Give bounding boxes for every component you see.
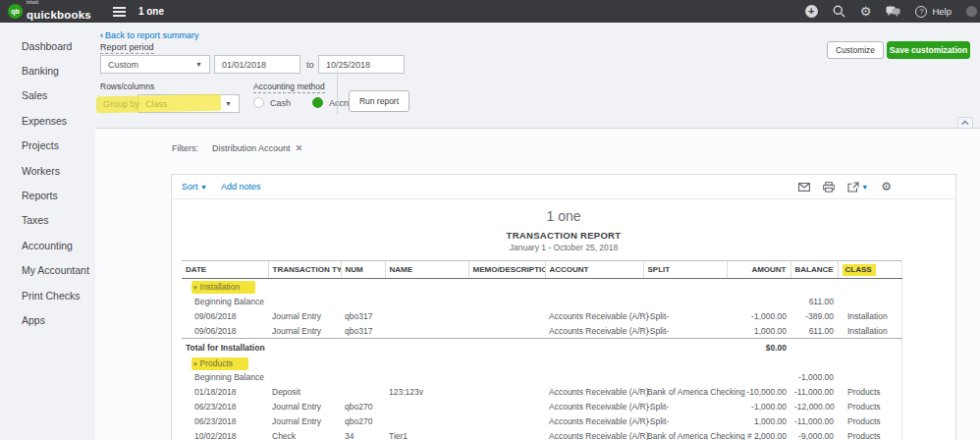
add-notes-link[interactable]: Add notes <box>221 182 261 192</box>
filters-label: Filters: <box>172 143 198 153</box>
col-header-split: SPLIT <box>643 261 727 279</box>
group-toggle-products[interactable]: ▾Products <box>191 358 248 370</box>
table-row[interactable]: 01/18/2018Deposit123:123vAccounts Receiv… <box>182 385 901 400</box>
report-toolbar: Sort ▼ Add notes ▼ ⚙ <box>172 175 955 199</box>
report-company-title: 1 one <box>172 208 955 224</box>
chevron-down-icon: ▼ <box>200 184 207 191</box>
help-menu[interactable]: ? Help <box>915 6 952 18</box>
run-report-button[interactable]: Run report <box>349 90 409 112</box>
chevron-left-icon: ‹ <box>100 30 103 40</box>
sidebar-item-dashboard[interactable]: Dashboard <box>0 33 95 58</box>
sidebar-item-my-accountant[interactable]: My Accountant <box>0 258 95 283</box>
sidebar-item-reports[interactable]: Reports <box>0 183 95 207</box>
group-row-installation: ▾Installation <box>182 279 901 295</box>
help-icon: ? <box>915 6 927 18</box>
chevron-down-icon: ▾ <box>193 360 197 367</box>
accrual-radio[interactable] <box>312 97 323 108</box>
cash-label: Cash <box>270 98 291 108</box>
chevron-down-icon: ▼ <box>861 184 868 191</box>
sort-menu[interactable]: Sort ▼ <box>182 182 207 192</box>
search-icon[interactable] <box>833 5 845 18</box>
col-header-amount: AMOUNT <box>727 261 790 279</box>
customize-button[interactable]: Customize <box>827 41 884 59</box>
start-date-input[interactable]: 01/01/2018 <box>214 55 300 74</box>
topbar-actions: + ⚙ ? Help <box>805 5 970 18</box>
sidebar-item-print-checks[interactable]: Print Checks <box>0 283 95 307</box>
col-header-class: CLASS <box>838 261 901 279</box>
vertical-divider <box>337 70 338 114</box>
chevron-down-icon: ▼ <box>195 61 202 68</box>
logo-text: intuit quickbooks <box>27 1 91 23</box>
chat-icon[interactable] <box>886 6 900 18</box>
col-header-transaction-type: TRANSACTION TYPE <box>268 261 341 279</box>
sidebar-item-expenses[interactable]: Expenses <box>0 108 95 133</box>
remove-filter-icon[interactable]: ✕ <box>296 142 303 153</box>
quickbooks-logo[interactable]: qb intuit quickbooks <box>8 1 91 23</box>
report-controls-panel: ‹Back to report summary Report period Cu… <box>95 23 980 129</box>
create-plus-icon[interactable]: + <box>805 5 818 18</box>
col-header-balance: BALANCE <box>790 261 838 279</box>
hamburger-menu-icon[interactable] <box>113 7 126 17</box>
group-toggle-installation[interactable]: ▾Installation <box>191 281 255 294</box>
qb-logo-icon: qb <box>8 4 23 19</box>
sidebar-item-apps[interactable]: Apps <box>0 307 95 332</box>
col-header-num: NUM <box>341 261 385 279</box>
report-settings-gear-icon[interactable]: ⚙ <box>881 181 892 192</box>
sidebar: DashboardBankingSalesExpensesProjectsWor… <box>0 23 95 440</box>
to-label: to <box>306 60 314 70</box>
col-header-account: ACCOUNT <box>545 261 643 279</box>
group-row-products: ▾Products <box>182 356 901 370</box>
table-row[interactable]: 06/23/2018Journal Entryqbo270Accounts Re… <box>182 414 901 429</box>
report-period-select[interactable]: Custom▼ <box>100 55 210 74</box>
report-action-icons: ▼ ⚙ <box>798 181 892 192</box>
table-row[interactable]: 09/06/2018Journal Entryqbo317Accounts Re… <box>182 323 901 339</box>
export-icon[interactable]: ▼ <box>847 182 868 192</box>
chevron-down-icon: ▼ <box>225 100 232 107</box>
save-customization-button[interactable]: Save customization <box>887 41 970 59</box>
accounting-method-options: Cash Accrual <box>253 97 358 108</box>
report-title: TRANSACTION REPORT <box>172 230 955 241</box>
end-date-input[interactable]: 10/25/2018 <box>318 55 405 74</box>
accounting-method-label: Accounting method <box>253 82 325 93</box>
sidebar-item-sales[interactable]: Sales <box>0 83 95 108</box>
report-period-label: Report period <box>100 42 154 54</box>
report-area: Filters: Distribution Account ✕ Sort ▼ A… <box>95 129 980 440</box>
collapse-panel-button[interactable] <box>957 117 973 129</box>
back-to-report-summary-link[interactable]: ‹Back to report summary <box>100 30 199 40</box>
col-header-name: NAME <box>385 261 468 279</box>
transaction-table: DATETRANSACTION TYPENUMNAMEMEMO/DESCRIPT… <box>182 260 902 440</box>
sidebar-item-taxes[interactable]: Taxes <box>0 208 95 233</box>
table-row[interactable]: 09/06/2018Journal Entryqbo317Accounts Re… <box>182 308 901 323</box>
sidebar-item-banking[interactable]: Banking <box>0 58 95 82</box>
table-row[interactable]: 10/02/2018Check34Tier1Accounts Receivabl… <box>182 429 901 440</box>
sidebar-item-workers[interactable]: Workers <box>0 158 95 183</box>
filters-row: Filters: Distribution Account ✕ <box>172 142 303 153</box>
col-header-memo-description: MEMO/DESCRIPTION <box>468 261 545 279</box>
group-by-select[interactable]: Class▼ <box>137 94 240 113</box>
filter-chip-distribution-account[interactable]: Distribution Account ✕ <box>212 142 303 153</box>
total-row-installation: Total for Installation$0.00 <box>182 339 901 356</box>
table-row[interactable]: 06/23/2018Journal Entryqbo270Accounts Re… <box>182 400 901 414</box>
report-date-range: January 1 - October 25, 2018 <box>172 243 955 252</box>
table-header-row: DATETRANSACTION TYPENUMNAMEMEMO/DESCRIPT… <box>182 261 901 279</box>
sidebar-item-accounting[interactable]: Accounting <box>0 233 95 257</box>
chevron-up-icon <box>961 120 968 127</box>
print-icon[interactable] <box>823 182 835 192</box>
topbar: qb intuit quickbooks 1 one + ⚙ ? Help <box>0 0 980 23</box>
company-name: 1 one <box>138 6 164 17</box>
cash-radio[interactable] <box>253 97 264 108</box>
rows-columns-label: Rows/columns <box>100 82 154 91</box>
beginning-balance-row: Beginning Balance-1,000.00 <box>182 370 901 385</box>
chevron-down-icon: ▾ <box>193 284 197 291</box>
group-by-label: Group by <box>103 99 139 109</box>
gear-icon[interactable]: ⚙ <box>860 5 872 18</box>
email-icon[interactable] <box>798 183 810 192</box>
avatar[interactable] <box>966 6 977 17</box>
report-card: Sort ▼ Add notes ▼ ⚙ 1 one TRANSACTION R… <box>171 174 956 440</box>
col-header-date: DATE <box>182 261 268 279</box>
sidebar-item-projects[interactable]: Projects <box>0 134 95 158</box>
beginning-balance-row: Beginning Balance611.00 <box>182 294 901 308</box>
